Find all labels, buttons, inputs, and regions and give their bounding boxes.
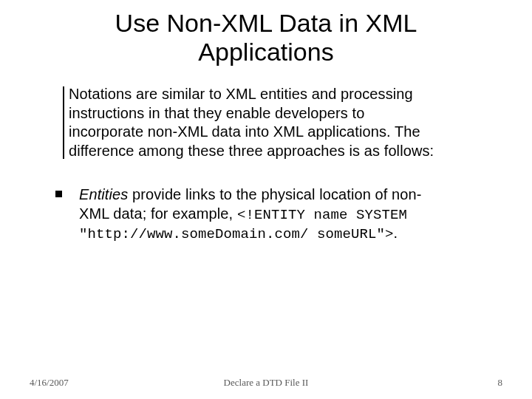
paragraph-2: Entities provide links to the physical l… [79,185,436,243]
bullet-square-icon [55,191,62,197]
title-line-2: Applications [198,38,333,66]
footer-page: 8 [498,377,503,389]
slide: Use Non-XML Data in XML Applications Not… [0,0,532,399]
vertical-bar-icon [63,86,64,159]
title-line-1: Use Non-XML Data in XML [115,9,417,37]
paragraph-1: Notations are similar to XML entities an… [69,85,436,160]
footer-center: Declare a DTD File II [0,377,532,389]
paragraph-1-wrap: Notations are similar to XML entities an… [63,85,436,160]
para2-tail: . [394,225,398,241]
entities-lead: Entities [79,186,128,202]
slide-title: Use Non-XML Data in XML Applications [0,9,532,66]
body-block: Notations are similar to XML entities an… [63,85,436,244]
paragraph-2-wrap: Entities provide links to the physical l… [63,185,436,243]
